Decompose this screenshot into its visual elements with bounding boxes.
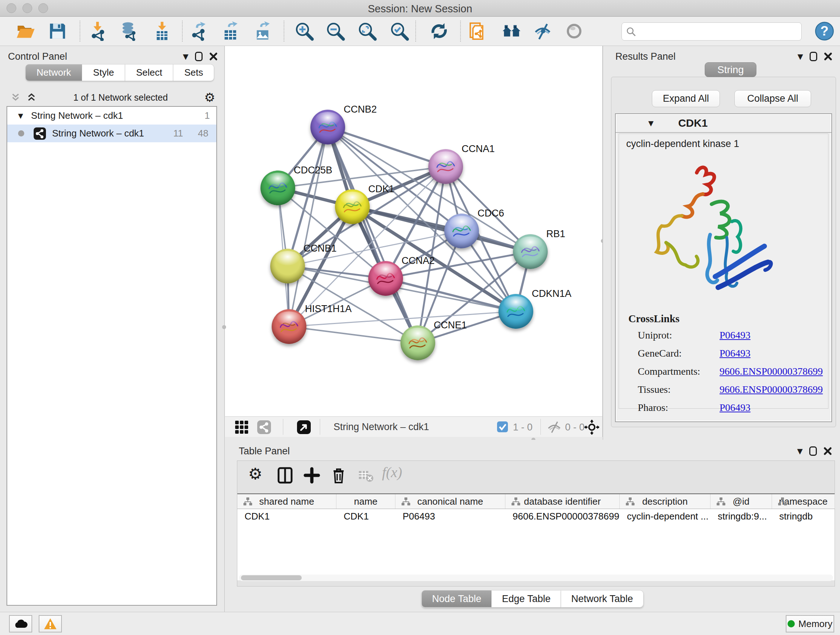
hidden-eye-slash-icon[interactable] bbox=[547, 421, 561, 433]
cell-namespace[interactable]: stringdb bbox=[772, 509, 835, 524]
collapse-all-icon[interactable] bbox=[10, 92, 21, 103]
crosslink-genecard-link[interactable]: P06493 bbox=[720, 348, 751, 359]
import-table-file-icon[interactable] bbox=[152, 21, 172, 41]
expand-all-icon[interactable] bbox=[26, 92, 37, 103]
tab-network[interactable]: Network bbox=[25, 64, 82, 81]
network-row-selected[interactable]: String Network – cdk1 11 48 bbox=[7, 125, 216, 142]
tab-select[interactable]: Select bbox=[125, 64, 173, 81]
scrollbar-thumb[interactable] bbox=[241, 575, 302, 580]
show-columns-icon[interactable] bbox=[276, 467, 294, 484]
fit-selected-crosshair-icon[interactable] bbox=[584, 419, 600, 435]
panel-menu-icon[interactable]: ▼ bbox=[798, 53, 803, 60]
table-horizontal-scrollbar[interactable] bbox=[239, 575, 833, 581]
left-splitter-handle[interactable] bbox=[222, 325, 226, 329]
node-entry-header[interactable]: ▼ CDK1 bbox=[616, 114, 831, 133]
entry-expander-icon[interactable]: ▼ bbox=[648, 120, 654, 127]
export-table-icon[interactable] bbox=[221, 21, 240, 41]
selected-checkbox-icon[interactable] bbox=[497, 421, 508, 432]
tab-network-table[interactable]: Network Table bbox=[561, 590, 644, 608]
tab-edge-table[interactable]: Edge Table bbox=[492, 590, 561, 608]
panel-menu-icon[interactable]: ▼ bbox=[183, 53, 188, 60]
open-in-window-icon[interactable] bbox=[297, 420, 311, 434]
table-options-gear-icon[interactable]: ⚙ bbox=[248, 464, 262, 483]
show-home-icon[interactable] bbox=[502, 21, 521, 41]
network-node-ccnb2[interactable] bbox=[310, 110, 345, 144]
crosslink-compartments-link[interactable]: 9606.ENSP00000378699 bbox=[720, 366, 823, 377]
zoom-out-icon[interactable] bbox=[325, 21, 345, 41]
search-field[interactable] bbox=[622, 22, 802, 41]
panel-close-icon[interactable] bbox=[209, 52, 218, 61]
zoom-selected-icon[interactable] bbox=[390, 21, 409, 41]
network-canvas[interactable]: CCNB2CCNA1CDC25BCDK1CDC6RB1CCNB1CCNA2CDK… bbox=[225, 46, 603, 416]
cloud-status-button[interactable] bbox=[9, 615, 32, 632]
network-collection-row[interactable]: ▼ String Network – cdk1 1 bbox=[7, 107, 216, 125]
column-header-namespace[interactable]: namespace bbox=[772, 494, 835, 509]
panel-float-icon[interactable] bbox=[809, 447, 817, 456]
tab-node-table[interactable]: Node Table bbox=[422, 590, 492, 608]
delete-column-icon[interactable] bbox=[330, 467, 347, 484]
cell-sharedname[interactable]: CDK1 bbox=[237, 509, 336, 524]
network-node-ccnb1[interactable] bbox=[270, 249, 305, 283]
export-image-icon[interactable] bbox=[253, 21, 273, 41]
crosslink-uniprot-link[interactable]: P06493 bbox=[720, 329, 751, 341]
expand-all-button[interactable]: Expand All bbox=[652, 90, 720, 107]
column-header-canonicalname[interactable]: canonical name bbox=[395, 494, 505, 509]
network-share-icon[interactable] bbox=[257, 420, 271, 434]
network-node-ccne1[interactable] bbox=[401, 325, 435, 360]
crosslink-tissues-link[interactable]: 9606.ENSP00000378699 bbox=[720, 384, 823, 395]
column-header-id[interactable]: @id bbox=[711, 494, 772, 509]
cell-name[interactable]: CDK1 bbox=[336, 509, 395, 524]
column-header-sharedname[interactable]: shared name bbox=[237, 494, 336, 509]
search-input[interactable] bbox=[639, 24, 795, 39]
cell-id[interactable]: stringdb:9... bbox=[711, 509, 772, 524]
panel-close-icon[interactable] bbox=[824, 52, 832, 61]
network-node-cdkn1a[interactable] bbox=[499, 294, 533, 329]
zoom-fit-icon[interactable] bbox=[357, 21, 377, 41]
add-column-icon[interactable] bbox=[303, 467, 321, 484]
open-session-icon[interactable] bbox=[16, 21, 35, 41]
network-node-ccna2[interactable] bbox=[368, 261, 403, 296]
cell-canonicalname[interactable]: P06493 bbox=[395, 509, 505, 524]
panel-float-icon[interactable] bbox=[810, 52, 817, 61]
tab-style[interactable]: Style bbox=[82, 64, 125, 81]
table-row[interactable]: CDK1CDK1P064939606.ENSP00000378699cyclin… bbox=[237, 509, 835, 524]
hide-show-eye-icon[interactable] bbox=[533, 21, 553, 41]
collapse-all-button[interactable]: Collapse All bbox=[734, 90, 811, 107]
tab-sets[interactable]: Sets bbox=[173, 64, 214, 81]
network-node-rb1[interactable] bbox=[513, 234, 548, 269]
birds-eye-grid-icon[interactable] bbox=[234, 420, 249, 434]
import-network-database-icon[interactable] bbox=[119, 21, 139, 41]
zoom-in-icon[interactable] bbox=[294, 21, 314, 41]
network-edge-CCNB2-RB1[interactable] bbox=[328, 127, 531, 252]
network-edge-CCNB2-HIST1H1A[interactable] bbox=[289, 127, 328, 326]
network-node-ccna1[interactable] bbox=[428, 149, 463, 184]
panel-float-icon[interactable] bbox=[195, 52, 202, 61]
network-edge-HIST1H1A-CCNE1[interactable] bbox=[289, 326, 418, 343]
window-title: Session: New Session bbox=[0, 3, 840, 15]
help-icon[interactable]: ? bbox=[815, 21, 834, 41]
column-header-description[interactable]: description bbox=[620, 494, 711, 509]
import-network-file-icon[interactable] bbox=[88, 21, 108, 41]
crosslink-pharos-link[interactable]: P06493 bbox=[720, 402, 751, 413]
preview-eye-icon[interactable] bbox=[564, 21, 584, 41]
export-network-icon[interactable] bbox=[190, 21, 210, 41]
warning-status-button[interactable] bbox=[39, 615, 62, 632]
network-edge-CCNB2-CCNA1[interactable] bbox=[328, 127, 446, 166]
save-session-icon[interactable] bbox=[48, 21, 67, 41]
panel-menu-icon[interactable]: ▼ bbox=[797, 448, 803, 455]
cell-description[interactable]: cyclin-dependent ... bbox=[620, 509, 711, 524]
tree-expander-icon[interactable]: ▼ bbox=[18, 112, 23, 119]
network-node-cdk1[interactable] bbox=[335, 189, 370, 224]
tab-string[interactable]: String bbox=[705, 62, 756, 77]
share-document-icon[interactable] bbox=[469, 21, 488, 41]
memory-button[interactable]: Memory bbox=[786, 615, 834, 632]
network-options-gear-icon[interactable]: ⚙ bbox=[204, 91, 215, 103]
network-node-hist1h1a[interactable] bbox=[272, 309, 306, 344]
column-header-databaseidentifier[interactable]: database identifier bbox=[505, 494, 620, 509]
network-node-cdc6[interactable] bbox=[444, 214, 479, 249]
panel-close-icon[interactable] bbox=[823, 447, 832, 455]
cell-databaseidentifier[interactable]: 9606.ENSP00000378699 bbox=[505, 509, 620, 524]
column-header-name[interactable]: name bbox=[336, 494, 395, 509]
network-node-cdc25b[interactable] bbox=[261, 171, 295, 205]
refresh-view-icon[interactable] bbox=[429, 21, 449, 41]
